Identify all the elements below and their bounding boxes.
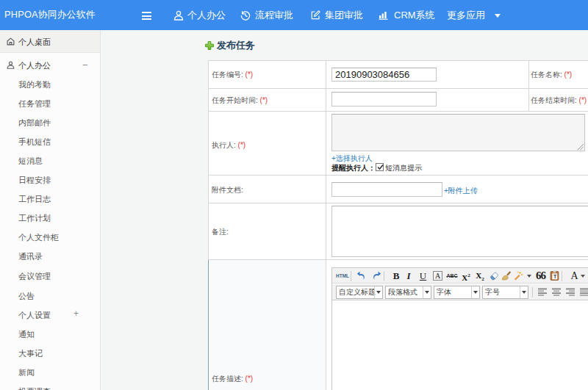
svg-text:T: T [553, 274, 557, 279]
